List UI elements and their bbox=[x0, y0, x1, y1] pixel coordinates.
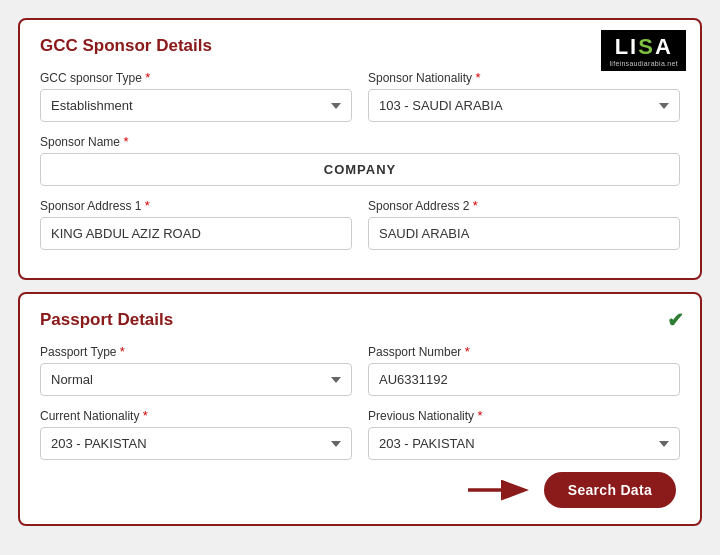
logo-L: L bbox=[615, 34, 630, 59]
passport-type-group: Passport Type * Normal Official Diplomat… bbox=[40, 344, 352, 396]
sponsor-name-input[interactable] bbox=[40, 153, 680, 186]
sponsor-name-label: Sponsor Name * bbox=[40, 134, 680, 149]
logo-text: LISA bbox=[615, 34, 673, 60]
gcc-row-1: GCC sponsor Type * Establishment Individ… bbox=[40, 70, 680, 122]
passport-check-icon: ✔ bbox=[667, 308, 684, 332]
current-nationality-select[interactable]: 203 - PAKISTAN 103 - SAUDI ARABIA bbox=[40, 427, 352, 460]
sponsor-type-label: GCC sponsor Type * bbox=[40, 70, 352, 85]
sponsor-nationality-select[interactable]: 103 - SAUDI ARABIA 203 - PAKISTAN bbox=[368, 89, 680, 122]
logo-box: LISA lifeinsaudiarabia.net bbox=[601, 30, 686, 71]
arrow-indicator bbox=[464, 476, 534, 504]
sponsor-type-group: GCC sponsor Type * Establishment Individ… bbox=[40, 70, 352, 122]
bottom-actions-row: Search Data bbox=[40, 472, 680, 508]
sponsor-address1-input[interactable] bbox=[40, 217, 352, 250]
passport-type-select[interactable]: Normal Official Diplomatic bbox=[40, 363, 352, 396]
sponsor-address1-label: Sponsor Address 1 * bbox=[40, 198, 352, 213]
passport-card-title: Passport Details bbox=[40, 310, 680, 330]
gcc-sponsor-card: GCC Sponsor Details LISA lifeinsaudiarab… bbox=[18, 18, 702, 280]
passport-row-2: Current Nationality * 203 - PAKISTAN 103… bbox=[40, 408, 680, 460]
previous-nationality-select[interactable]: 203 - PAKISTAN 103 - SAUDI ARABIA bbox=[368, 427, 680, 460]
logo-A: A bbox=[655, 34, 673, 59]
current-nationality-label: Current Nationality * bbox=[40, 408, 352, 423]
passport-number-group: Passport Number * bbox=[368, 344, 680, 396]
passport-type-label: Passport Type * bbox=[40, 344, 352, 359]
passport-number-label: Passport Number * bbox=[368, 344, 680, 359]
gcc-card-title: GCC Sponsor Details bbox=[40, 36, 680, 56]
logo-I: I bbox=[630, 34, 638, 59]
logo-subtitle: lifeinsaudiarabia.net bbox=[609, 60, 678, 67]
sponsor-address2-input[interactable] bbox=[368, 217, 680, 250]
previous-nationality-group: Previous Nationality * 203 - PAKISTAN 10… bbox=[368, 408, 680, 460]
sponsor-nationality-label: Sponsor Nationality * bbox=[368, 70, 680, 85]
sponsor-name-group: Sponsor Name * bbox=[40, 134, 680, 186]
passport-card: Passport Details ✔ Passport Type * Norma… bbox=[18, 292, 702, 526]
current-nationality-group: Current Nationality * 203 - PAKISTAN 103… bbox=[40, 408, 352, 460]
gcc-row-2: Sponsor Name * bbox=[40, 134, 680, 186]
gcc-row-3: Sponsor Address 1 * Sponsor Address 2 * bbox=[40, 198, 680, 250]
sponsor-address1-group: Sponsor Address 1 * bbox=[40, 198, 352, 250]
sponsor-address2-group: Sponsor Address 2 * bbox=[368, 198, 680, 250]
search-data-button[interactable]: Search Data bbox=[544, 472, 676, 508]
logo-S: S bbox=[638, 34, 655, 59]
page-container: GCC Sponsor Details LISA lifeinsaudiarab… bbox=[10, 10, 710, 546]
previous-nationality-label: Previous Nationality * bbox=[368, 408, 680, 423]
arrow-icon bbox=[464, 476, 534, 504]
passport-row-1: Passport Type * Normal Official Diplomat… bbox=[40, 344, 680, 396]
sponsor-address2-label: Sponsor Address 2 * bbox=[368, 198, 680, 213]
passport-number-input[interactable] bbox=[368, 363, 680, 396]
sponsor-type-select[interactable]: Establishment Individual Company bbox=[40, 89, 352, 122]
sponsor-nationality-group: Sponsor Nationality * 103 - SAUDI ARABIA… bbox=[368, 70, 680, 122]
